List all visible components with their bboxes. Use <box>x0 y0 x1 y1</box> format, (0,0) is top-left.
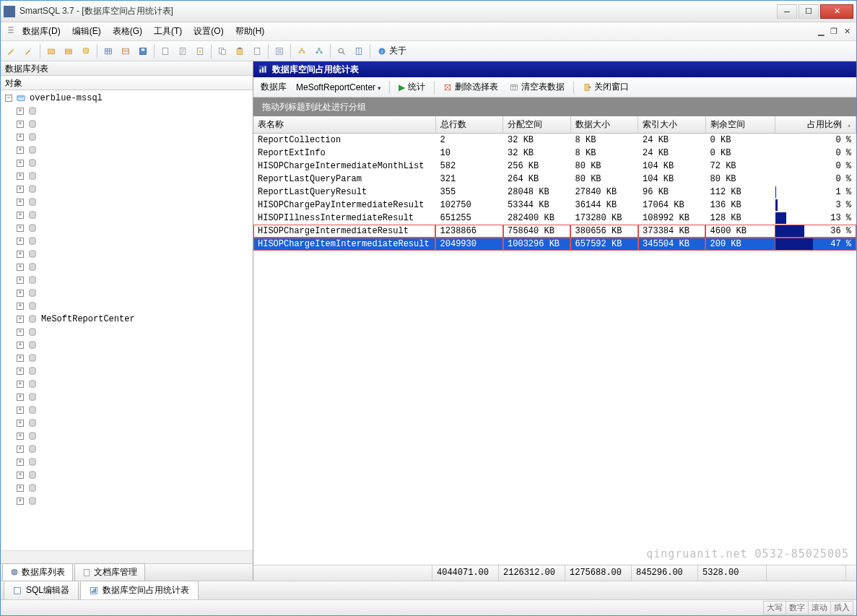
expander-icon[interactable]: + <box>17 420 24 427</box>
tree-db-row[interactable]: + <box>1 235 253 248</box>
expander-icon[interactable]: + <box>17 368 24 375</box>
grid-scroll[interactable]: 表名称总行数分配空间数据大小索引大小剩余空间占用比例 ▴ ReportColle… <box>253 116 856 565</box>
tool-8[interactable] <box>135 43 151 59</box>
tool-13[interactable] <box>232 43 248 59</box>
menu-item[interactable]: 设置(O) <box>188 23 229 40</box>
expander-icon[interactable]: + <box>17 329 24 336</box>
tree-db-row[interactable]: + <box>1 469 253 482</box>
close-button[interactable]: ✕ <box>820 4 853 19</box>
tree-db-row[interactable]: + <box>1 287 253 300</box>
left-tab-docmgr[interactable]: 文档库管理 <box>74 563 145 581</box>
tree-db-row[interactable]: + <box>1 144 253 157</box>
table-row[interactable]: ReportLastQueryParam321264 KB80 KB104 KB… <box>253 173 856 186</box>
expander-icon[interactable]: + <box>17 342 24 349</box>
tree-db-row[interactable]: + <box>1 482 253 495</box>
expander-icon[interactable]: + <box>17 407 24 414</box>
tool-14[interactable] <box>249 43 265 59</box>
stats-button[interactable]: ▶ 统计 <box>394 79 430 95</box>
expander-icon[interactable]: + <box>17 238 24 245</box>
tree-db-row[interactable]: + <box>1 105 253 118</box>
expander-icon[interactable]: + <box>17 160 24 167</box>
expander-icon[interactable]: + <box>17 394 24 401</box>
tree-db-row[interactable]: + <box>1 352 253 365</box>
expander-icon[interactable]: + <box>17 186 24 193</box>
minimize-button[interactable]: ─ <box>777 4 797 19</box>
menu-grip[interactable] <box>5 24 17 39</box>
expander-icon[interactable]: + <box>17 108 24 115</box>
expander-icon[interactable]: + <box>17 485 24 492</box>
tree-db-row[interactable]: + <box>1 430 253 443</box>
tree-db-row[interactable]: + <box>1 339 253 352</box>
tree-db-row[interactable]: + <box>1 248 253 261</box>
table-row[interactable]: ReportCollection232 KB8 KB24 KB0 KB0 % <box>253 134 856 147</box>
column-header[interactable]: 占用比例 ▴ <box>775 116 856 134</box>
tree-db-row[interactable]: + <box>1 365 253 378</box>
close-panel-button[interactable]: 关闭窗口 <box>578 79 633 95</box>
expander-icon[interactable]: + <box>17 446 24 453</box>
clear-table-button[interactable]: 清空表数据 <box>505 79 569 95</box>
maximize-button[interactable]: ☐ <box>799 4 819 19</box>
tree-scroll[interactable]: −overblue-mssql+++++++++++++++++MeSoftRe… <box>1 90 253 550</box>
db-selector[interactable]: MeSoftReportCenter ▾ <box>292 80 385 95</box>
expander-icon[interactable]: + <box>17 173 24 180</box>
tree-db-row[interactable]: + <box>1 274 253 287</box>
column-header[interactable]: 表名称 <box>253 116 435 134</box>
column-header[interactable]: 数据大小 <box>570 116 638 134</box>
tree-db-row[interactable]: + <box>1 261 253 274</box>
tree-db-row[interactable]: + <box>1 326 253 339</box>
tree-db-row[interactable]: + <box>1 196 253 209</box>
tool-11[interactable] <box>192 43 208 59</box>
expander-icon[interactable]: + <box>17 199 24 206</box>
table-row[interactable]: HISOPChargeIntermediateResult12388667586… <box>253 225 856 238</box>
menu-item[interactable]: 编辑(E) <box>66 23 107 40</box>
menu-item[interactable]: 表格(G) <box>107 23 148 40</box>
expander-icon[interactable]: + <box>17 303 24 310</box>
tree-db-row[interactable]: + <box>1 378 253 391</box>
tool-refresh[interactable] <box>21 43 37 59</box>
tree-db-row[interactable]: + <box>1 183 253 196</box>
expander-icon[interactable]: + <box>17 264 24 271</box>
expander-icon[interactable]: + <box>17 251 24 258</box>
tree-db-row[interactable]: + <box>1 118 253 131</box>
group-by-bar[interactable]: 拖动列标题到此处进行分组 <box>253 97 856 116</box>
expander-icon[interactable]: + <box>17 147 24 154</box>
tool-7[interactable] <box>118 43 134 59</box>
tree-db-row[interactable]: + <box>1 222 253 235</box>
titlebar[interactable]: SmartSQL 3.7 - [数据库空间占用统计表] ─ ☐ ✕ <box>1 1 856 22</box>
expander-icon[interactable]: + <box>17 498 24 505</box>
expander-icon[interactable]: + <box>17 381 24 388</box>
tool-17[interactable] <box>311 43 327 59</box>
expander-icon[interactable]: + <box>17 472 24 479</box>
expander-icon[interactable]: + <box>17 121 24 128</box>
column-header[interactable]: 索引大小 <box>638 116 706 134</box>
menu-item[interactable]: 帮助(H) <box>230 23 271 40</box>
tree-db-row[interactable]: + <box>1 495 253 508</box>
tool-4[interactable] <box>61 43 77 59</box>
column-header[interactable]: 分配空间 <box>503 116 571 134</box>
table-row[interactable]: HISOPChargeIntermediateMonthList582256 K… <box>253 160 856 173</box>
tool-10[interactable] <box>175 43 191 59</box>
tool-9[interactable] <box>157 43 173 59</box>
column-header[interactable]: 剩余空间 <box>705 116 775 134</box>
expander-icon[interactable]: + <box>17 459 24 466</box>
tool-18[interactable] <box>334 43 349 59</box>
tool-15[interactable] <box>271 43 287 59</box>
table-row[interactable]: HISOPChargePayIntermediateResult10275053… <box>253 199 856 212</box>
tree-server-row[interactable]: −overblue-mssql <box>1 92 253 105</box>
tree-db-row[interactable]: + <box>1 209 253 222</box>
table-row[interactable]: ReportLastQueryResult35528048 KB27840 KB… <box>253 186 856 199</box>
mdi-close-button[interactable]: ✕ <box>842 27 852 37</box>
tree-db-row[interactable]: + <box>1 300 253 313</box>
tool-new-conn[interactable] <box>4 43 19 59</box>
expander-icon[interactable]: + <box>17 290 24 297</box>
tree-db-row[interactable]: + <box>1 417 253 430</box>
tree-db-row[interactable]: + <box>1 391 253 404</box>
tree-db-row[interactable]: + <box>1 443 253 456</box>
expander-icon[interactable]: − <box>5 95 12 102</box>
tool-16[interactable] <box>294 43 310 59</box>
menu-item[interactable]: 数据库(D) <box>17 23 66 40</box>
expander-icon[interactable]: + <box>17 225 24 232</box>
table-row[interactable]: HISOPChargeItemIntermediateResult2049930… <box>253 238 856 251</box>
delete-selected-button[interactable]: 删除选择表 <box>439 79 503 95</box>
expander-icon[interactable]: + <box>17 433 24 440</box>
